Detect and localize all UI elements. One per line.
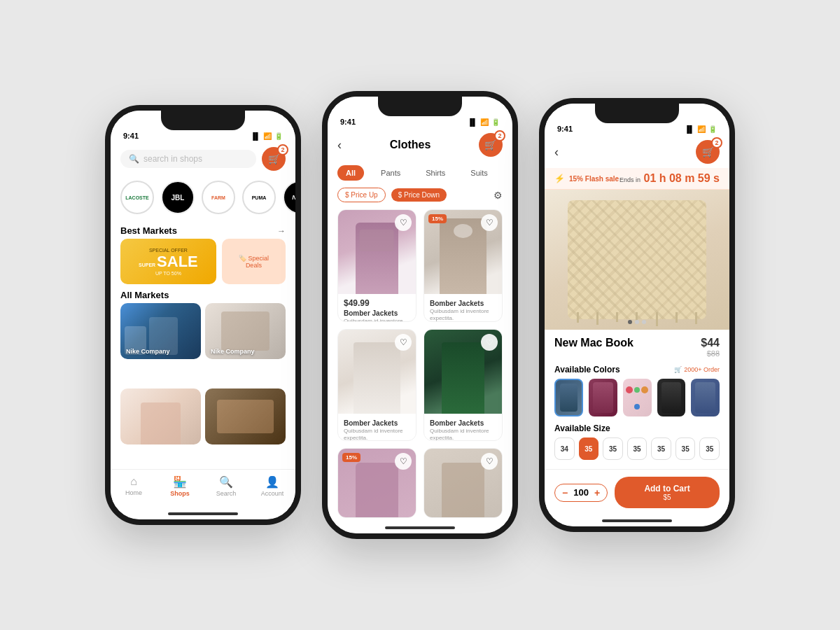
ends-in-label: Ends in [620,176,640,183]
add-cart-label: Add to Cart [622,484,713,493]
cart-icon-2: 🛒 [484,139,496,150]
cart-badge-2: 2 [494,130,505,141]
market-card-4[interactable] [205,388,286,444]
status-icons-3: ▐▌ 📶 🔋 [685,125,717,133]
banner-super-text: SUPER [139,262,155,267]
qty-value: 100 [573,487,589,498]
market-card-1[interactable]: Nike Company [120,303,201,359]
dot-3 [642,320,646,324]
tab-jackets[interactable]: Jackets [505,165,512,181]
nav-home-label: Home [125,489,142,496]
size-35-3[interactable]: 35 [627,438,648,460]
brand-lacoste[interactable]: LACOSTE [120,181,154,214]
colors-label: Available Colors [554,365,620,374]
wish-btn-2[interactable]: ♡ [481,214,498,231]
flash-text: 15% Flash sale [569,175,619,183]
colors-section-header: Available Colors 🛒 2000+ Order [554,365,720,374]
size-34[interactable]: 34 [554,438,575,460]
nav-shops[interactable]: 🏪 Shops [157,475,203,497]
battery-icon: 🔋 [274,132,283,140]
brand-farm[interactable]: FARM [202,181,235,214]
cart-icon-3: 🛒 [702,146,714,158]
search-placeholder: search in shops [144,154,202,164]
product-card-6[interactable]: ♡ [424,448,503,518]
clothes-title: Clothes [390,139,431,151]
wish-btn-3[interactable]: ♡ [395,334,412,351]
wish-btn-4[interactable]: ♡ [481,334,498,351]
battery-icon-3: 🔋 [708,125,717,133]
original-price: $88 [701,349,720,358]
back-button-3[interactable]: ‹ [554,145,559,160]
banner-sale-big: SALE [157,253,198,271]
products-grid: ♡ $49.99 Bomber Jackets Quibusdam id inv… [328,205,512,522]
cart-button-1[interactable]: 🛒 2 [262,147,286,171]
product-card-4[interactable]: ♡ Bomber Jackets Quibusdam id inventore … [424,329,503,442]
markets-grid: Nike Company Nike Company [111,303,295,469]
size-35-4[interactable]: 35 [651,438,671,460]
size-35-6[interactable]: 35 [699,438,720,460]
tab-shirts[interactable]: Shirts [417,165,454,181]
phone-product: 9:41 ▐▌ 📶 🔋 ‹ 🛒 2 ⚡ 15% Flash [539,98,735,532]
shops-icon: 🏪 [173,475,187,489]
flash-left: ⚡ 15% Flash sale [554,174,619,183]
product-card-2[interactable]: 15% ♡ Bomber Jackets Quibusdam id invent… [424,209,503,322]
colors-row [554,379,720,416]
nav-home[interactable]: ⌂ Home [111,475,157,497]
filter-price-up[interactable]: $ Price Up [337,188,386,202]
size-35-5[interactable]: 35 [676,438,696,460]
nav-search[interactable]: 🔍 Search [203,475,249,497]
search-input-wrap[interactable]: 🔍 search in shops [120,150,256,168]
nav-account[interactable]: 👤 Account [249,475,295,497]
sale-banner[interactable]: SPECIAL OFFER SUPER SALE UP TO 50% [120,239,216,284]
size-35-2[interactable]: 35 [603,438,623,460]
product-desc-4: Quibusdam id inventore expectita. [430,428,496,442]
product-card-1[interactable]: ♡ $49.99 Bomber Jackets Quibusdam id inv… [337,209,416,322]
promo-banner[interactable]: 🏷️ SpecialDeals [222,239,286,284]
signal-icon-2: ▐▌ [468,118,477,126]
qty-minus[interactable]: − [562,487,568,498]
quantity-control: − 100 + [554,484,608,502]
size-35-1[interactable]: 35 [579,438,599,460]
product-desc-1: Quibusdam id inventore expectita. [344,318,410,322]
nav-search-icon: 🔍 [219,475,233,489]
promo-text: 🏷️ SpecialDeals [239,255,269,269]
brand-jbl[interactable]: JBL [161,181,195,214]
all-markets-title: All Markets [111,284,295,303]
market-card-2[interactable]: Nike Company [205,303,286,359]
brand-puma[interactable]: PUMA [242,181,276,214]
product-card-3[interactable]: ♡ Bomber Jackets Quibusdam id inventore … [337,329,416,442]
wish-btn-5[interactable]: ♡ [395,453,412,470]
brand-nike[interactable]: NIKE [283,181,295,214]
clothes-header: ‹ Clothes 🛒 2 [328,129,512,161]
signal-icon-3: ▐▌ [685,125,694,133]
color-blue[interactable] [554,379,583,416]
tab-all[interactable]: All [337,165,364,181]
qty-plus[interactable]: + [594,487,600,498]
see-all-button[interactable]: → [277,226,286,236]
brand-circles: LACOSTE JBL FARM PUMA NIKE [111,175,295,220]
color-floral[interactable] [623,379,652,416]
color-maroon[interactable] [589,379,617,416]
filter-price-down[interactable]: $ Price Down [391,188,447,202]
cart-button-2[interactable]: 🛒 2 [479,133,503,157]
add-to-cart-button[interactable]: Add to Cart $5 [615,477,720,508]
back-button-2[interactable]: ‹ [337,138,342,153]
tab-pants[interactable]: Pants [372,165,409,181]
market-card-3[interactable] [120,388,201,444]
battery-icon-2: 🔋 [491,118,500,126]
wish-btn-1[interactable]: ♡ [395,214,412,231]
order-icon: 🛒 [674,366,682,373]
color-black[interactable] [657,379,686,416]
flash-icon: ⚡ [554,174,565,183]
wish-btn-6[interactable]: ♡ [481,453,498,470]
discount-badge-5: 15% [342,453,360,462]
product-card-5[interactable]: 15% ♡ [337,448,416,518]
filter-options-icon[interactable]: ⚙ [493,190,503,201]
color-blue2[interactable] [691,379,720,416]
wifi-icon-2: 📶 [480,118,489,126]
product-name-3: Bomber Jackets [344,419,410,427]
product-info-2: Bomber Jackets Quibusdam id inventore ex… [424,294,502,322]
home-indicator-3 [602,519,672,522]
cart-button-3[interactable]: 🛒 2 [696,140,720,164]
tab-suits[interactable]: Suits [462,165,496,181]
